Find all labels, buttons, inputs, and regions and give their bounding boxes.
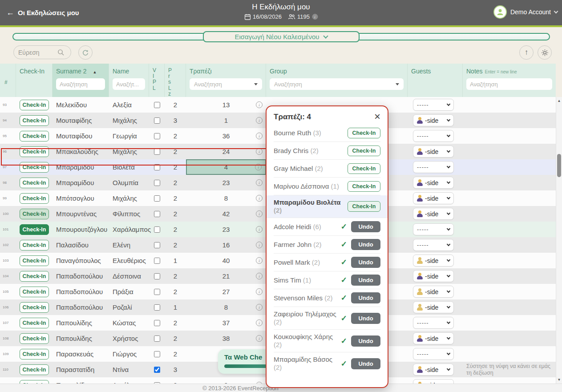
checkin-button[interactable]: Check-In — [20, 131, 49, 141]
vip-checkbox[interactable] — [154, 180, 160, 186]
checkin-button[interactable]: Check-In — [20, 302, 49, 313]
info-icon[interactable]: i — [256, 242, 263, 248]
info-icon[interactable]: i — [256, 319, 263, 326]
vip-checkbox[interactable] — [154, 117, 160, 124]
checkin-button[interactable]: Check-In — [20, 333, 49, 344]
table-number-cell[interactable]: 23i — [186, 175, 266, 190]
info-icon[interactable]: i — [256, 101, 263, 108]
guest-side-select[interactable]: -side — [413, 332, 454, 344]
notes-cell[interactable] — [463, 253, 556, 268]
checkin-button[interactable]: Check-In — [348, 201, 380, 212]
info-icon[interactable]: i — [256, 273, 263, 279]
search-input[interactable] — [18, 49, 57, 56]
scrollbar-down-arrow[interactable]: ▼ — [556, 378, 562, 382]
table-number-cell[interactable]: 13i — [186, 97, 266, 113]
vip-checkbox[interactable] — [154, 102, 160, 108]
notes-cell[interactable] — [463, 237, 556, 253]
info-icon[interactable]: i — [256, 257, 263, 264]
surname-filter-input[interactable] — [56, 78, 105, 90]
checkin-button[interactable]: Check-In — [20, 178, 49, 188]
checkin-button[interactable]: Check-In — [20, 287, 49, 297]
checkin-button[interactable]: Check-In — [20, 240, 49, 251]
table-number-cell[interactable]: 24i — [186, 144, 266, 159]
table-number-cell[interactable]: 38i — [186, 331, 266, 346]
notes-cell[interactable] — [463, 113, 556, 128]
notes-cell[interactable] — [463, 97, 556, 113]
back-to-events-button[interactable]: ← Οι Εκδηλώσεις μου — [6, 8, 79, 17]
notes-cell[interactable] — [463, 159, 556, 175]
notes-filter-input[interactable] — [466, 78, 552, 90]
notes-cell[interactable] — [463, 190, 556, 206]
undo-button[interactable]: Undo — [351, 221, 380, 232]
guest-side-select[interactable]: -side — [413, 364, 454, 376]
vip-checkbox[interactable] — [154, 335, 160, 342]
scrollbar-thumb[interactable] — [557, 154, 561, 177]
refresh-button[interactable] — [78, 45, 93, 60]
guest-side-select[interactable]: ----- — [413, 239, 454, 251]
vip-checkbox[interactable] — [154, 226, 160, 233]
table-number-cell[interactable]: 8i — [186, 190, 266, 206]
notes-cell[interactable] — [463, 315, 556, 331]
checkin-button[interactable]: Check-In — [20, 318, 49, 328]
guest-side-select[interactable]: -side — [413, 379, 454, 384]
vip-checkbox[interactable] — [154, 273, 160, 279]
guest-side-select[interactable]: ----- — [413, 99, 454, 111]
table-filter-select[interactable]: Αναζήτηση — [190, 78, 262, 90]
vip-checkbox[interactable] — [154, 164, 160, 170]
vip-checkbox[interactable] — [154, 149, 160, 155]
guest-side-select[interactable]: ----- — [413, 130, 454, 142]
undo-button[interactable]: Undo — [351, 239, 380, 250]
scroll-top-button[interactable]: ↑ — [519, 45, 534, 60]
guest-side-select[interactable]: -side — [413, 177, 454, 189]
notes-cell[interactable] — [463, 299, 556, 315]
info-icon[interactable]: i — [256, 117, 263, 124]
undo-button[interactable]: Undo — [351, 358, 380, 369]
table-number-cell[interactable]: 4i — [186, 159, 266, 175]
table-number-cell[interactable]: 36i — [186, 128, 266, 144]
col-surname[interactable]: Surname 2▲ — [53, 64, 109, 97]
guest-side-select[interactable]: ----- — [413, 161, 454, 173]
close-icon[interactable]: × — [374, 113, 380, 121]
checkin-button[interactable]: Check-In — [348, 181, 380, 192]
notes-cell[interactable] — [463, 144, 556, 159]
info-icon[interactable]: i — [255, 164, 262, 170]
name-filter-input[interactable] — [113, 78, 145, 90]
col-notes[interactable]: NotesEnter = new line — [463, 64, 556, 97]
vip-checkbox[interactable] — [154, 351, 160, 357]
guest-side-select[interactable]: -side — [413, 114, 454, 126]
scrollbar-up-arrow[interactable]: ▲ — [556, 99, 562, 103]
vip-checkbox[interactable] — [154, 133, 160, 139]
vip-checkbox[interactable] — [154, 258, 160, 264]
notes-cell[interactable] — [463, 268, 556, 284]
notes-cell[interactable] — [463, 377, 556, 384]
guest-side-select[interactable]: -side — [413, 255, 454, 267]
info-icon[interactable]: i — [256, 148, 263, 155]
notes-cell[interactable] — [463, 346, 556, 362]
insert-new-guest-button[interactable]: Εισαγωγή Νέου Καλεσμένου — [203, 31, 360, 42]
vip-checkbox[interactable] — [154, 289, 160, 295]
checkin-button[interactable]: Check-In — [20, 364, 49, 375]
global-search[interactable] — [13, 45, 71, 59]
guest-side-select[interactable]: -side — [413, 301, 454, 313]
guest-count-info-icon[interactable]: i — [312, 14, 318, 20]
info-icon[interactable]: i — [256, 304, 263, 311]
col-name[interactable]: Name — [109, 64, 149, 97]
notes-cell[interactable]: Σύστησε τη νύφη να κάνει σε εμάς τη δεξί… — [463, 362, 556, 377]
account-menu[interactable]: Demo Account — [493, 5, 558, 19]
checkin-button[interactable]: Check-In — [20, 209, 49, 219]
table-number-cell[interactable]: 23i — [186, 222, 266, 237]
checkin-button[interactable]: Check-In — [20, 349, 49, 360]
info-icon[interactable]: i — [256, 195, 263, 202]
vip-checkbox[interactable] — [154, 304, 160, 311]
vip-checkbox[interactable] — [154, 320, 160, 326]
undo-button[interactable]: Undo — [351, 313, 380, 324]
checkin-button[interactable]: Check-In — [348, 128, 380, 138]
info-icon[interactable]: i — [256, 335, 263, 342]
vip-checkbox[interactable] — [154, 211, 160, 217]
notes-cell[interactable] — [463, 128, 556, 144]
checkin-button[interactable]: Check-In — [348, 145, 380, 156]
table-number-cell[interactable]: 8i — [186, 299, 266, 315]
table-number-cell[interactable]: 1i — [186, 113, 266, 128]
checkin-button[interactable]: Check-In — [20, 115, 49, 126]
table-number-cell[interactable]: 27i — [186, 284, 266, 299]
